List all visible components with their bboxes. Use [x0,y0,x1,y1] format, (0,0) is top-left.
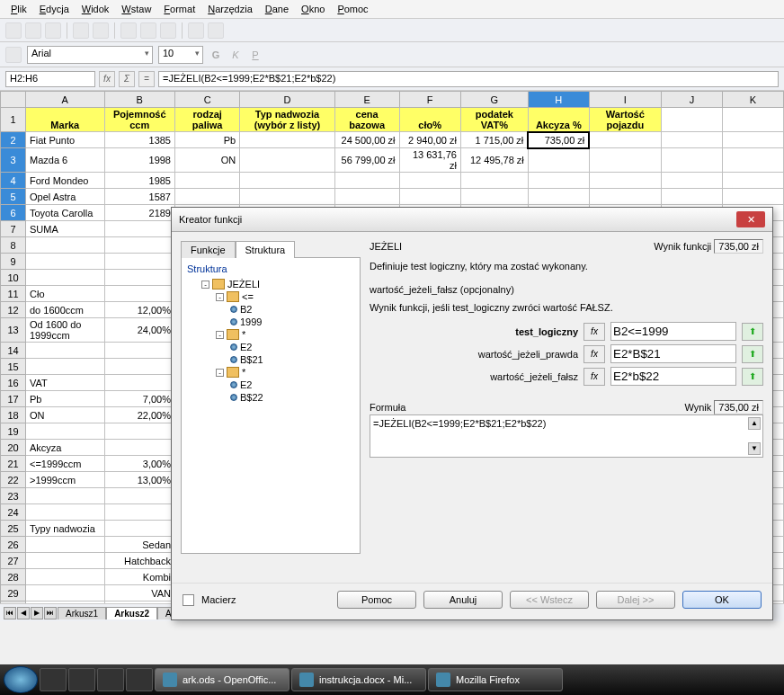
cell-B13[interactable]: 24,00% [104,318,174,343]
fx-icon[interactable]: fx [584,345,605,363]
cell-B29[interactable]: VAN [104,585,174,601]
cell-B23[interactable] [104,488,174,504]
cell-E2[interactable]: 24 500,00 zł [334,132,399,148]
cell-A24[interactable] [26,504,105,521]
cut-icon[interactable] [120,22,137,39]
row-header-18[interactable]: 18 [1,407,26,423]
open-icon[interactable] [25,22,41,39]
cell-A10[interactable] [26,270,105,286]
preview-icon[interactable] [93,22,109,39]
cell-I5[interactable] [589,189,661,205]
sheet-tab-arkusz1[interactable]: Arkusz1 [58,607,106,619]
matrix-checkbox[interactable] [183,594,194,606]
fx-icon[interactable]: fx [584,368,605,386]
cell-D2[interactable] [240,132,335,148]
tree-node[interactable]: B$21 [230,353,354,366]
cell-A15[interactable] [26,359,105,375]
cell-D4[interactable] [240,173,335,189]
cell-C3[interactable]: ON [175,148,240,173]
cell-A25[interactable]: Typy nadwozia [26,521,105,537]
sheet-tab-arkusz2[interactable]: Arkusz2 [106,607,157,619]
row-header-2[interactable]: 2 [1,132,26,148]
menu-edycja[interactable]: Edycja [34,2,75,16]
taskbar-item[interactable]: instrukcja.docx - Mi... [291,668,426,691]
cell-reference-box[interactable]: H2:H6 [5,71,95,87]
back-button[interactable]: << Wstecz [510,591,589,609]
tree-node[interactable]: -<= [216,290,354,303]
tab-structure[interactable]: Struktura [236,241,296,258]
row-header-3[interactable]: 3 [1,148,26,173]
column-header-I[interactable]: I [589,92,661,108]
cell-B25[interactable] [104,521,174,537]
cell-A1[interactable]: Marka [26,108,105,132]
tree-node[interactable]: 1999 [230,316,354,328]
tab-nav-last-icon[interactable]: ⏭ [44,607,57,619]
row-header-13[interactable]: 13 [1,318,26,343]
row-header-22[interactable]: 22 [1,472,26,488]
cell-J1[interactable] [661,108,722,132]
cell-A7[interactable]: SUMA [26,221,105,237]
column-header-A[interactable]: A [26,92,105,108]
column-header-H[interactable]: H [528,92,589,108]
tree-expander-icon[interactable]: - [216,293,224,301]
column-header-D[interactable]: D [240,92,335,108]
cell-B6[interactable]: 2189 [104,205,174,221]
pinned-app-icon[interactable] [97,668,124,691]
tree-node[interactable]: -JEŻELI [201,278,354,290]
font-name-combo[interactable]: Arial [27,46,153,64]
arg-input[interactable] [610,344,736,363]
menu-narzędzia[interactable]: Narzędzia [202,2,258,16]
row-header-4[interactable]: 4 [1,173,26,189]
cell-I3[interactable] [589,148,661,173]
cell-A17[interactable]: Pb [26,391,105,407]
cell-A4[interactable]: Ford Mondeo [26,173,105,189]
row-header-7[interactable]: 7 [1,221,26,237]
row-header-10[interactable]: 10 [1,270,26,286]
cell-B11[interactable] [104,286,174,302]
cell-A2[interactable]: Fiat Punto [26,132,105,148]
cell-A23[interactable] [26,488,105,504]
equals-icon[interactable]: = [138,71,155,87]
row-header-23[interactable]: 23 [1,488,26,504]
cell-G2[interactable]: 1 715,00 zł [460,132,528,148]
cell-K1[interactable] [722,108,783,132]
ok-button[interactable]: OK [682,591,762,609]
tree-expander-icon[interactable]: - [216,369,224,377]
row-header-11[interactable]: 11 [1,286,26,302]
cell-B20[interactable] [104,440,174,456]
cell-F2[interactable]: 2 940,00 zł [399,132,460,148]
scroll-up-icon[interactable]: ▲ [748,417,761,430]
column-header-C[interactable]: C [175,92,240,108]
row-header-1[interactable]: 1 [1,108,26,132]
start-button-icon[interactable] [4,666,38,693]
row-header-28[interactable]: 28 [1,569,26,585]
cancel-button[interactable]: Anuluj [423,591,503,609]
cell-E1[interactable]: cena bazowa [334,108,399,132]
row-header-25[interactable]: 25 [1,521,26,537]
menu-dane[interactable]: Dane [260,2,294,16]
row-header-5[interactable]: 5 [1,189,26,205]
save-icon[interactable] [45,22,61,39]
cell-B21[interactable]: 3,00% [104,456,174,472]
cell-A11[interactable]: Cło [26,286,105,302]
cell-I1[interactable]: Wartość pojazdu [589,108,661,132]
row-header-8[interactable]: 8 [1,237,26,254]
cell-B16[interactable] [104,375,174,391]
cell-I4[interactable] [589,173,661,189]
tree-node[interactable]: E2 [230,379,354,391]
cell-B18[interactable]: 22,00% [104,407,174,423]
undo-icon[interactable] [188,22,204,39]
cell-A21[interactable]: <=1999ccm [26,456,105,472]
cell-B5[interactable]: 1587 [104,189,174,205]
cell-C5[interactable] [175,189,240,205]
cell-A19[interactable] [26,423,105,440]
tab-nav-next-icon[interactable]: ▶ [31,607,43,619]
next-button[interactable]: Dalej >> [596,591,675,609]
cell-G5[interactable] [460,189,528,205]
cell-A18[interactable]: ON [26,407,105,423]
cell-H4[interactable] [528,173,589,189]
column-header-F[interactable]: F [399,92,460,108]
cell-K2[interactable] [722,132,783,148]
cell-J3[interactable] [661,148,722,173]
select-all-corner[interactable] [1,92,26,108]
